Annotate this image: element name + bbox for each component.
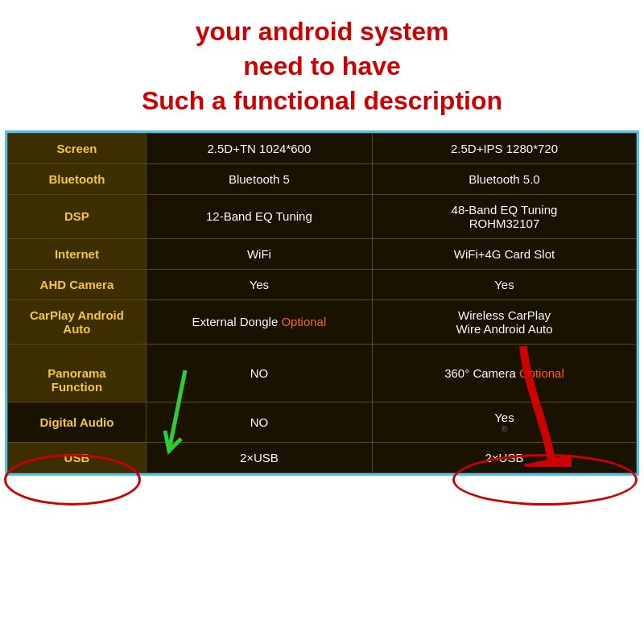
cell-internet-col1: WiFi (146, 238, 372, 269)
label-screen: Screen (8, 133, 147, 163)
svg-line-2 (169, 370, 185, 451)
cell-dsp-col2: 48-Band EQ Tuning ROHM32107 (372, 194, 636, 238)
cell-screen-col2: 2.5D+IPS 1280*720 (372, 133, 636, 163)
cell-internet-col2: WiFi+4G Card Slot (372, 238, 636, 269)
header-text: your android system need to have Such a … (16, 14, 628, 119)
table-row: Bluetooth Bluetooth 5 Bluetooth 5.0 (8, 163, 637, 194)
right-arrow (491, 338, 572, 467)
cell-bluetooth-col2: Bluetooth 5.0 (372, 163, 636, 194)
table-row: AHD Camera Yes Yes (8, 269, 637, 299)
cell-screen-col1: 2.5D+TN 1024*600 (146, 133, 372, 163)
header: your android system need to have Such a … (0, 0, 644, 130)
label-internet: Internet (8, 238, 147, 269)
label-panorama: Panorama Function (8, 344, 147, 402)
cell-ahd-col1: Yes (146, 269, 372, 299)
label-ahd: AHD Camera (8, 269, 147, 299)
label-bluetooth: Bluetooth (8, 163, 147, 194)
table-wrapper: Screen 2.5D+TN 1024*600 2.5D+IPS 1280*72… (0, 130, 644, 476)
cell-carplay-col1: External Dongle Optional (146, 299, 372, 344)
cell-dsp-col1: 12-Band EQ Tuning (146, 194, 372, 238)
table-row: DSP 12-Band EQ Tuning 48-Band EQ Tuning … (8, 194, 637, 238)
label-dsp: DSP (8, 194, 147, 238)
table-row: Screen 2.5D+TN 1024*600 2.5D+IPS 1280*72… (8, 133, 637, 163)
label-carplay: CarPlay Android Auto (8, 299, 147, 344)
label-usb: USB (8, 442, 147, 473)
label-digital-audio: Digital Audio (8, 402, 147, 442)
table-row: Internet WiFi WiFi+4G Card Slot (8, 238, 637, 269)
cell-bluetooth-col1: Bluetooth 5 (146, 163, 372, 194)
cell-ahd-col2: Yes (372, 269, 636, 299)
green-checkmark (161, 362, 209, 467)
